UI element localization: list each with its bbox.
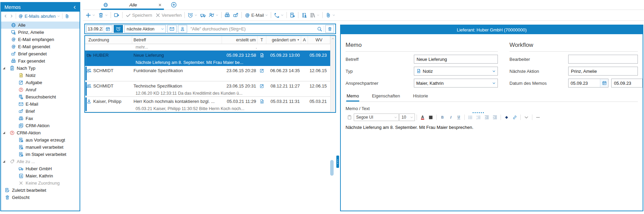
clear-filter-button[interactable] xyxy=(325,25,334,33)
memo-text-editor[interactable]: Nächste Lieferung am 8. September. Mit F… xyxy=(346,125,638,211)
email-filter-button[interactable] xyxy=(167,25,177,33)
sidebar-item-brief[interactable]: Brief xyxy=(1,108,80,115)
collapse-sidebar-icon[interactable] xyxy=(72,5,77,10)
tab-eigenschaften[interactable]: Eigenschaften xyxy=(372,92,400,102)
toolbar-truck-button[interactable] xyxy=(199,12,207,19)
editor-numbering-button[interactable]: 12 xyxy=(475,113,482,121)
sidebar-item-besuchsbericht[interactable]: Besuchsbericht xyxy=(1,93,80,101)
search-icon[interactable] xyxy=(317,26,322,32)
memo-row-schmidt-3[interactable]: SCHMIDTTechnische Spezifikation23.06.15 … xyxy=(85,81,330,97)
sidebar-item-brief-gesendet[interactable]: Brief gesendet xyxy=(1,50,80,57)
editor-bullets-button[interactable] xyxy=(466,113,474,121)
toolbar-books-button[interactable] xyxy=(308,12,321,19)
back-button[interactable] xyxy=(3,14,8,18)
sidebar-item-aus-vorlage-erzeugt[interactable]: aus Vorlage erzeugt xyxy=(1,136,80,144)
bearbeiter-input[interactable] xyxy=(568,55,638,64)
expander-icon[interactable] xyxy=(3,160,5,163)
toolbar-phone-button[interactable] xyxy=(272,12,285,19)
sidebar-item-nach-typ[interactable]: Nach Typ xyxy=(1,65,80,72)
toolbar-speichern-button[interactable]: Speichern xyxy=(124,12,154,19)
sidebar-item-fax-gesendet[interactable]: Fax gesendet xyxy=(1,57,80,65)
editor-font-color-button[interactable]: A xyxy=(419,113,426,121)
memo-date-calendar-button[interactable] xyxy=(600,79,608,87)
column-header-a[interactable]: A xyxy=(301,36,308,44)
editor-italic-button[interactable]: I xyxy=(447,113,454,121)
memo-row-huber-1[interactable]: HUBERNeue Lieferung05.09.23 12:5805.09.2… xyxy=(85,51,330,66)
calendar-icon[interactable] xyxy=(104,25,111,32)
tab-memo[interactable]: Memo xyxy=(346,92,359,102)
sidebar-item-e-mail-empfangen[interactable]: @E-Mail empfangen xyxy=(1,36,80,43)
toolbar-verwerfen-button[interactable]: Verwerfen xyxy=(154,12,183,19)
sidebar-item-im-stapel-verarbeitet[interactable]: im Stapel verarbeitet xyxy=(1,151,80,158)
forward-button[interactable] xyxy=(10,14,14,18)
sidebar-item-alle[interactable]: Alle xyxy=(1,22,80,29)
expander-icon[interactable] xyxy=(3,67,5,69)
ansprechpartner-dropdown[interactable]: Maier, Kathrin xyxy=(414,79,498,88)
sidebar-item-fax[interactable]: Fax xyxy=(1,115,80,122)
sidebar-item-crm-aktion[interactable]: CRM-Aktion xyxy=(1,122,80,129)
toolbar-fax-button[interactable] xyxy=(223,12,232,19)
editor-diamond-button[interactable] xyxy=(503,113,510,121)
expander-icon[interactable] xyxy=(3,132,5,134)
editor-fill-color-button[interactable] xyxy=(427,113,435,121)
sidebar-item-gelöscht[interactable]: Gelöscht xyxy=(1,194,80,201)
column-header-wv[interactable]: WV xyxy=(308,36,330,44)
toolbar-trash-button[interactable] xyxy=(97,12,109,19)
column-header-betreff[interactable]: Betreff xyxy=(132,36,222,44)
toolbar-add-button[interactable] xyxy=(84,12,97,19)
memo-row-schmidt-2[interactable]: SCHMIDTFunktionale Spezifikation23.06.15… xyxy=(85,66,330,81)
sidebar-item-e-mail[interactable]: E-Mail xyxy=(1,101,80,108)
attachment-button[interactable] xyxy=(65,14,70,19)
editor-link-button[interactable] xyxy=(511,113,519,121)
toolbar-column-person-button[interactable] xyxy=(300,12,308,19)
memo-row-kaiser-philipp-4[interactable]: Kaiser, PhilippHerr Koch nochmals kontak… xyxy=(85,97,330,112)
sidebar-item-e-mail-gesendet[interactable]: @E-Mail gesendet xyxy=(1,43,80,50)
editor-paste-button[interactable] xyxy=(346,113,353,121)
sidebar-item-manuell-verarbeitet[interactable]: manuell verarbeitet xyxy=(1,144,80,151)
sidebar-item-keine-zuordnung[interactable]: Keine Zuordnung xyxy=(1,179,80,187)
next-action-toggle-button[interactable] xyxy=(114,25,123,33)
editor-dash-button[interactable] xyxy=(534,113,542,121)
sidebar-item-maier-kathrin[interactable]: Maier, Kathrin xyxy=(1,172,80,179)
sidebar-item-alle-zu[interactable]: Alle zu ... xyxy=(1,158,80,165)
memo-date-input[interactable] xyxy=(569,81,600,86)
action-filter-dropdown[interactable]: nächste Aktion xyxy=(124,25,166,33)
sidebar-item-notiz[interactable]: Notiz xyxy=(1,72,80,79)
new-tab-button[interactable] xyxy=(171,2,177,8)
column-header-geändert-um[interactable]: geändert um▼ xyxy=(266,36,301,44)
betreff-input[interactable] xyxy=(414,55,498,64)
sidebar-item-aufgabe[interactable]: Aufgabe xyxy=(1,79,80,86)
editor-chevron-down-button[interactable] xyxy=(522,113,530,121)
sidebar-item-anruf[interactable]: ?Anruf xyxy=(1,86,80,93)
toolbar-e-mail-button[interactable]: @E-Mail xyxy=(243,12,269,19)
sidebar-item-zuletzt-bearbeitet[interactable]: Zuletzt bearbeitet xyxy=(1,187,80,194)
splitter-scrollbar-thumb[interactable] xyxy=(330,160,334,176)
naechste-aktion-input[interactable] xyxy=(568,67,638,76)
toolbar-alarm-button[interactable] xyxy=(186,12,199,19)
memo-date-secondary-input[interactable] xyxy=(611,79,643,88)
editor-underline-button[interactable]: U xyxy=(455,113,463,121)
tab-historie[interactable]: Historie xyxy=(413,92,429,102)
search-input[interactable] xyxy=(188,26,316,31)
column-header-t[interactable]: T xyxy=(257,36,266,44)
editor-outdent-button[interactable] xyxy=(483,113,491,121)
collapse-handle[interactable] xyxy=(473,112,484,113)
editor-font-size-select[interactable]: 10 xyxy=(399,113,415,121)
toolbar-person-refresh-button[interactable] xyxy=(207,12,220,19)
sidebar-item-crm-aktion[interactable]: ?CRM-Aktion xyxy=(1,129,80,136)
column-header-zuordnung[interactable]: Zuordnung xyxy=(85,36,132,44)
toolbar-paperclip-button[interactable] xyxy=(324,12,337,19)
column-header-erstellt-um[interactable]: erstellt um xyxy=(222,36,257,44)
sidebar-item-prinz-amelie[interactable]: Prinz, Amelie xyxy=(1,29,80,36)
tab-alle[interactable]: Alle xyxy=(101,1,164,9)
filter-more-link[interactable]: mehr... xyxy=(136,45,148,50)
editor-bold-button[interactable]: B xyxy=(438,113,446,121)
editor-indent-button[interactable] xyxy=(491,113,499,121)
editor-font-family-select[interactable]: Segoe UI xyxy=(354,113,399,121)
panel-splitter-grip[interactable] xyxy=(336,156,339,168)
toolbar-window-forward-button[interactable] xyxy=(112,12,121,19)
toolbar-mailbox-button[interactable] xyxy=(232,12,240,19)
typ-dropdown[interactable]: Notiz xyxy=(414,67,498,76)
close-tab-icon[interactable] xyxy=(158,3,162,7)
toolbar-doc-forward-button[interactable] xyxy=(288,12,297,19)
